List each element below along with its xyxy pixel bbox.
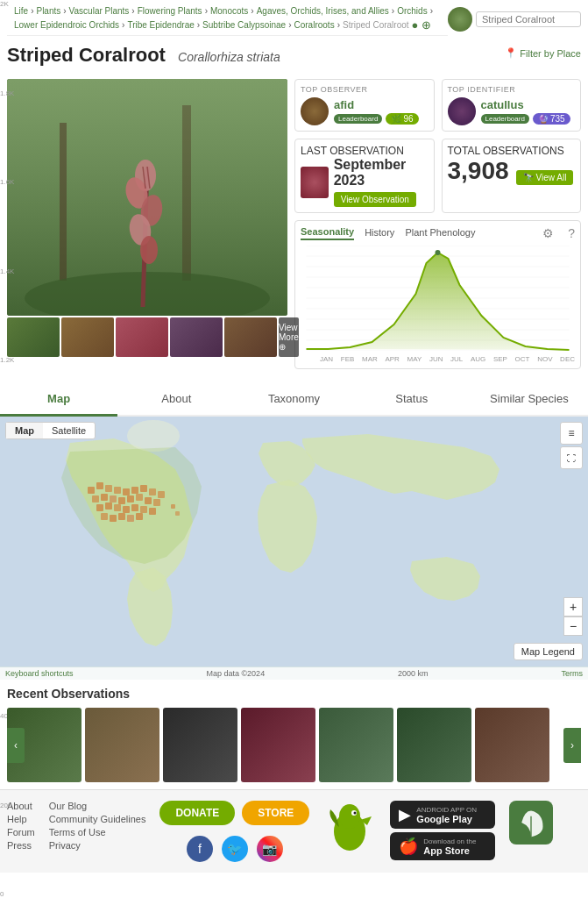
photo-section: View More ⊕: [7, 79, 287, 369]
obs-next-button[interactable]: ›: [563, 728, 581, 763]
total-obs-label: TOTAL OBSERVATIONS: [448, 145, 576, 157]
total-obs-count: 3,908: [448, 157, 509, 185]
tab-history[interactable]: History: [365, 227, 394, 239]
main-photo[interactable]: [7, 79, 287, 316]
leaf-logo-icon: [509, 801, 553, 845]
view-all-button[interactable]: 🔭 View All: [516, 170, 574, 185]
top-observer-name[interactable]: afid: [334, 98, 419, 111]
footer-terms-link[interactable]: Terms of Use: [49, 827, 146, 837]
page-title: Striped Coralroot Corallorhiza striata: [7, 44, 280, 67]
recent-obs-title: Recent Observations: [7, 687, 581, 701]
world-map-svg: [0, 417, 588, 680]
breadcrumb-coralroots[interactable]: Coralroots: [294, 20, 335, 30]
search-input[interactable]: Striped Coralroot: [476, 11, 581, 27]
thumbnail-4[interactable]: [170, 317, 223, 357]
map-fullscreen-icon[interactable]: ⛶: [560, 446, 583, 469]
tab-about[interactable]: About: [117, 383, 235, 417]
top-observer-badge: Leaderboard: [334, 114, 382, 124]
svg-rect-3: [182, 105, 191, 281]
obs-thumb-6[interactable]: [397, 708, 471, 782]
top-identifier-details: catullus Leaderboard 🔮 735: [481, 98, 570, 125]
binoculars-icon: 🔭: [523, 173, 534, 182]
total-observations-box: TOTAL OBSERVATIONS 3,908 🔭 View All: [442, 139, 582, 213]
tab-similar-species[interactable]: Similar Species: [471, 383, 588, 417]
map-legend-button[interactable]: Map Legend: [514, 643, 583, 660]
obs-thumb-2[interactable]: [85, 708, 159, 782]
tab-taxonomy[interactable]: Taxonomy: [235, 383, 352, 417]
identifier-icon: 🔮: [538, 114, 549, 124]
instagram-icon[interactable]: 📷: [257, 836, 283, 862]
store-button[interactable]: STORE: [242, 801, 309, 825]
map-data-text: Map data ©2024: [206, 669, 265, 678]
main-photo-illustration: [7, 79, 287, 316]
obs-thumb-4[interactable]: [241, 708, 315, 782]
obs-thumb-3[interactable]: [163, 708, 237, 782]
leaf-icon: 🌿: [391, 114, 401, 124]
svg-point-26: [127, 420, 180, 452]
tab-plant-phenology[interactable]: Plant Phenology: [405, 227, 475, 239]
filter-by-place[interactable]: 📍 Filter by Place: [505, 44, 581, 59]
view-more-button[interactable]: View More ⊕: [279, 317, 299, 357]
last-observation-box: LAST OBSERVATION September 2023 View Obs…: [294, 139, 435, 213]
thumbnail-3[interactable]: [116, 317, 168, 357]
donate-button[interactable]: DONATE: [159, 801, 235, 825]
map-scale: 2000 km: [398, 669, 429, 678]
google-play-button[interactable]: ▶ ANDROID APP ON Google Play: [390, 801, 495, 829]
map-toggle: Map Satellite: [5, 422, 96, 439]
chart-settings-icon[interactable]: ⚙: [542, 226, 554, 240]
map-zoom-out[interactable]: −: [563, 616, 583, 636]
chart-help-icon[interactable]: ?: [568, 226, 575, 240]
top-identifier-name[interactable]: catullus: [481, 98, 570, 111]
top-observer-box: TOP OBSERVER afid Leaderboard 🌿 96: [294, 79, 435, 132]
last-obs-label: LAST OBSERVATION: [301, 145, 429, 157]
top-identifier-box: TOP IDENTIFIER catullus Leaderboard 🔮 73…: [442, 79, 582, 132]
map-menu-icon[interactable]: ≡: [560, 422, 583, 445]
leaf-svg: [515, 807, 547, 838]
obs-carousel: ‹ ›: [7, 708, 581, 782]
breadcrumb: Life › Plants › Vascular Plants › Flower…: [7, 3, 448, 36]
breadcrumb-tribe[interactable]: Tribe Epidendrae: [127, 20, 194, 30]
photo-thumbnails: View More ⊕: [7, 317, 287, 357]
map-zoom-in[interactable]: +: [563, 597, 583, 616]
breadcrumb-orchids[interactable]: Orchids: [397, 6, 427, 16]
top-observer-count: 🌿 96: [386, 113, 418, 125]
thumbnail-2[interactable]: [61, 317, 114, 357]
footer-links-2: Our Blog Community Guidelines Terms of U…: [49, 801, 146, 851]
svg-point-59: [339, 804, 360, 829]
chart-area: [301, 246, 575, 353]
footer-privacy-link[interactable]: Privacy: [49, 840, 146, 851]
map-container[interactable]: Map Satellite ≡ ⛶ Map Legend + − Keyboar…: [0, 417, 588, 680]
obs-prev-button[interactable]: ‹: [7, 728, 25, 763]
breadcrumb-subtribe[interactable]: Subtribe Calypsoinae: [202, 20, 286, 30]
footer-guidelines-link[interactable]: Community Guidelines: [49, 814, 146, 824]
breadcrumb-current: Striped Coralroot: [343, 20, 409, 30]
view-observation-button[interactable]: View Observation: [334, 192, 416, 207]
terms-link[interactable]: Terms: [561, 669, 583, 678]
footer-content: About Help Forum Press Our Blog Communit…: [7, 801, 581, 862]
bird-svg: [323, 801, 376, 853]
thumbnail-5[interactable]: [224, 317, 277, 357]
breadcrumb-agaves[interactable]: Agaves, Orchids, Irises, and Allies: [257, 6, 389, 16]
map-toggle-map[interactable]: Map: [6, 423, 43, 438]
seasonality-chart: [301, 246, 575, 351]
breadcrumb-flowering[interactable]: Flowering Plants: [138, 6, 202, 16]
apple-icon: 🍎: [399, 837, 418, 856]
top-observer-avatar: [301, 97, 329, 125]
breadcrumb-vascular[interactable]: Vascular Plants: [69, 6, 130, 16]
map-toggle-satellite[interactable]: Satellite: [43, 423, 95, 438]
obs-thumb-7[interactable]: [475, 708, 549, 782]
facebook-icon[interactable]: f: [187, 836, 213, 862]
tab-status[interactable]: Status: [353, 383, 471, 417]
observer-row: TOP OBSERVER afid Leaderboard 🌿 96: [294, 79, 581, 132]
chart-with-axis: 2K 1.8K 1.6K 1.4K 1.2K 1K 800 600 400 20…: [301, 246, 575, 353]
tab-seasonality[interactable]: Seasonality: [301, 226, 354, 240]
breadcrumb-plants[interactable]: Plants: [36, 6, 60, 16]
keyboard-shortcuts-link[interactable]: Keyboard shortcuts: [5, 669, 74, 678]
obs-thumb-5[interactable]: [319, 708, 393, 782]
breadcrumb-lower[interactable]: Lower Epidendroic Orchids: [14, 20, 119, 30]
app-store-button[interactable]: 🍎 Download on the App Store: [390, 832, 495, 860]
footer-blog-link[interactable]: Our Blog: [49, 801, 146, 811]
chart-section: Seasonality History Plant Phenology ⚙ ? …: [294, 220, 581, 369]
twitter-icon[interactable]: 🐦: [222, 836, 248, 862]
breadcrumb-monocots[interactable]: Monocots: [210, 6, 248, 16]
